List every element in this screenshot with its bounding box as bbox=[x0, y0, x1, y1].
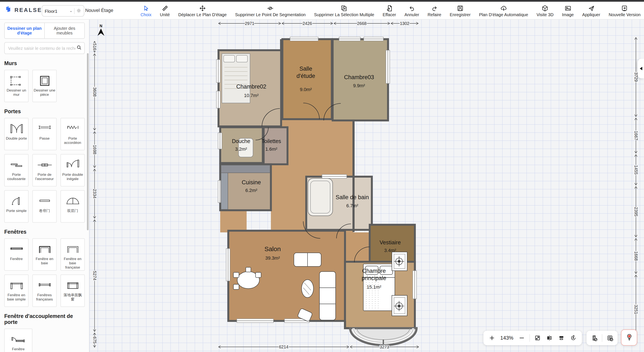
sidebar-scrollbar[interactable] bbox=[87, 53, 88, 230]
floor-select[interactable]: Floor1 ⌄ bbox=[42, 5, 84, 16]
collapse-left-icon bbox=[640, 67, 642, 70]
room-label: Salon bbox=[264, 245, 281, 252]
svg-text:1455: 1455 bbox=[634, 165, 638, 175]
room-label: d'étude bbox=[296, 73, 315, 79]
svg-text:1667: 1667 bbox=[634, 131, 638, 140]
floor-plan[interactable]: N Chambre0210.7m²Salled'étude9.0m²Chambr… bbox=[90, 19, 644, 352]
new-floor-button[interactable]: Nouvel Étage bbox=[85, 8, 113, 13]
minus-button[interactable] bbox=[516, 331, 528, 345]
balcony bbox=[350, 328, 416, 346]
zoom-percent: 143% bbox=[498, 335, 516, 341]
fenetre-icon bbox=[6, 242, 26, 257]
room-label: Chambre03 bbox=[344, 74, 374, 80]
svg-text:516: 516 bbox=[92, 43, 97, 50]
library-item-mur[interactable]: Dessiner un mur bbox=[4, 70, 28, 102]
svg-text:3608: 3608 bbox=[92, 87, 97, 97]
svg-text:N: N bbox=[100, 24, 102, 28]
search-icon[interactable] bbox=[76, 44, 82, 52]
sidebar: Dessiner un plan d'étage Ajouter des meu… bbox=[0, 19, 90, 352]
double-layer-icon bbox=[63, 194, 82, 209]
library-item-baie-francaise[interactable]: Fenêtre en baie française bbox=[60, 238, 85, 271]
toolbar-enregistrer[interactable]: Enregistrer bbox=[450, 5, 471, 17]
francaises-icon bbox=[35, 278, 54, 293]
toolbar-supprimer-selection-multiple[interactable]: Supprimer La Sélection Multiple bbox=[314, 5, 374, 17]
toolbar-image[interactable]: Image bbox=[562, 5, 574, 17]
door-off-button[interactable] bbox=[588, 331, 600, 345]
search-input[interactable] bbox=[7, 45, 76, 51]
library-item-rolling[interactable]: 卷帘门 bbox=[32, 190, 57, 223]
room-area: 10.7m² bbox=[244, 93, 258, 98]
image-icon bbox=[564, 5, 572, 12]
toolbar-visite-3d[interactable]: Visite 3D bbox=[536, 5, 554, 17]
accouplement-icon bbox=[8, 333, 28, 347]
light-toggle-button[interactable] bbox=[621, 330, 637, 346]
chevron-down-icon: ⌄ bbox=[70, 9, 72, 13]
room-label: Chambre02 bbox=[236, 83, 266, 90]
card-grid: Double portePassePorte accordéonPorte co… bbox=[4, 118, 85, 223]
library-item-double-porte[interactable]: Double porte bbox=[4, 118, 28, 150]
library-item-francaises[interactable]: Fenêtres françaises bbox=[32, 275, 57, 307]
realsee-logo-icon bbox=[5, 5, 12, 14]
floor-settings-gear-icon[interactable] bbox=[76, 7, 81, 15]
north-indicator: N bbox=[98, 24, 104, 36]
bulb-icon bbox=[625, 333, 633, 343]
library-item-double-inegale[interactable]: Porte double inégale bbox=[60, 154, 85, 186]
refaire-icon bbox=[431, 5, 438, 12]
svg-text:2668: 2668 bbox=[357, 21, 367, 26]
library-item-baie-simple[interactable]: Fenêtre en baie simple bbox=[4, 275, 28, 307]
fit-button[interactable] bbox=[532, 331, 544, 345]
library-item-double-layer[interactable]: 双层门 bbox=[60, 190, 85, 223]
appliquer-icon bbox=[588, 5, 595, 12]
zoom-toolbar: 143% bbox=[484, 331, 582, 345]
tab-ajouter-meubles[interactable]: Ajouter des meubles bbox=[44, 23, 84, 38]
svg-text:2426: 2426 bbox=[302, 21, 312, 26]
toolbar-effacer[interactable]: Effacer bbox=[383, 5, 396, 17]
toolbar-deplacer-plan[interactable]: Déplacer Le Plan D'étage bbox=[178, 5, 226, 17]
library-item-coulissante[interactable]: Porte coulissante bbox=[4, 154, 28, 186]
window-off-button[interactable] bbox=[604, 331, 616, 345]
canvas[interactable]: N Chambre0210.7m²Salled'étude9.0m²Chambr… bbox=[90, 19, 644, 352]
search-box bbox=[4, 42, 85, 54]
toolbar-appliquer[interactable]: Appliquer bbox=[582, 5, 600, 17]
luodi-icon bbox=[63, 278, 82, 293]
panel-collapse-handle[interactable] bbox=[638, 59, 644, 78]
card-grid: Fenêtre d'accouplement de porte bbox=[4, 329, 85, 352]
library-item-fenetre[interactable]: Fenêtre bbox=[4, 238, 28, 271]
visibility-toolbar bbox=[586, 331, 618, 345]
library-item-accouplement[interactable]: Fenêtre d'accouplement de porte bbox=[4, 329, 32, 352]
annuler-icon bbox=[408, 5, 416, 12]
flip-h-button[interactable] bbox=[544, 331, 556, 345]
choix-icon bbox=[142, 5, 150, 12]
library-item-passe[interactable]: Passe bbox=[32, 118, 57, 150]
svg-text:3273: 3273 bbox=[380, 345, 389, 349]
toolbar-unite[interactable]: Unité bbox=[160, 5, 170, 17]
svg-text:1698: 1698 bbox=[92, 145, 97, 154]
toolbar-choix[interactable]: Choix bbox=[140, 5, 152, 17]
coulissante-icon bbox=[6, 158, 26, 172]
room-label: Salle de bain bbox=[336, 194, 369, 200]
toolbar-supprimer-point-segmentation[interactable]: Supprimer Le Point De Segmentation bbox=[235, 5, 306, 17]
toolbar-refaire[interactable]: Refaire bbox=[428, 5, 442, 17]
tab-dessiner-plan[interactable]: Dessiner un plan d'étage bbox=[5, 23, 44, 38]
rotate-button[interactable] bbox=[567, 331, 579, 345]
svg-text:6214: 6214 bbox=[279, 345, 288, 349]
room-label: Salle bbox=[300, 65, 312, 72]
room-label: Toilettes bbox=[262, 138, 281, 144]
toolbar-nouvelle-version[interactable]: Nouvelle Version bbox=[609, 5, 640, 17]
library-item-luodi[interactable]: 落地单面飘窗 bbox=[60, 275, 85, 307]
toolbar-annuler[interactable]: Annuler bbox=[404, 5, 419, 17]
library-item-accordeon[interactable]: Porte accordéon bbox=[60, 118, 85, 150]
flip-v-button[interactable] bbox=[556, 331, 567, 345]
room-area: 9.0m² bbox=[300, 87, 312, 92]
library-item-baie[interactable]: Fenêtre en baie bbox=[32, 238, 57, 271]
toolbar-plan-automatique[interactable]: Plan D'étage Automatique bbox=[479, 5, 528, 17]
supprimer-point-icon bbox=[267, 5, 274, 12]
plus-button[interactable] bbox=[486, 331, 498, 345]
svg-text:5274: 5274 bbox=[92, 271, 97, 281]
enregistrer-icon bbox=[456, 5, 464, 12]
library-item-ascenseur[interactable]: Porte de l'ascenseur bbox=[32, 154, 57, 186]
library-item-piece[interactable]: Dessiner une pièce bbox=[32, 70, 57, 102]
ascenseur-icon bbox=[35, 158, 54, 172]
baie-francaise-icon bbox=[63, 242, 82, 257]
library-item-simple[interactable]: Porte simple bbox=[4, 190, 28, 223]
